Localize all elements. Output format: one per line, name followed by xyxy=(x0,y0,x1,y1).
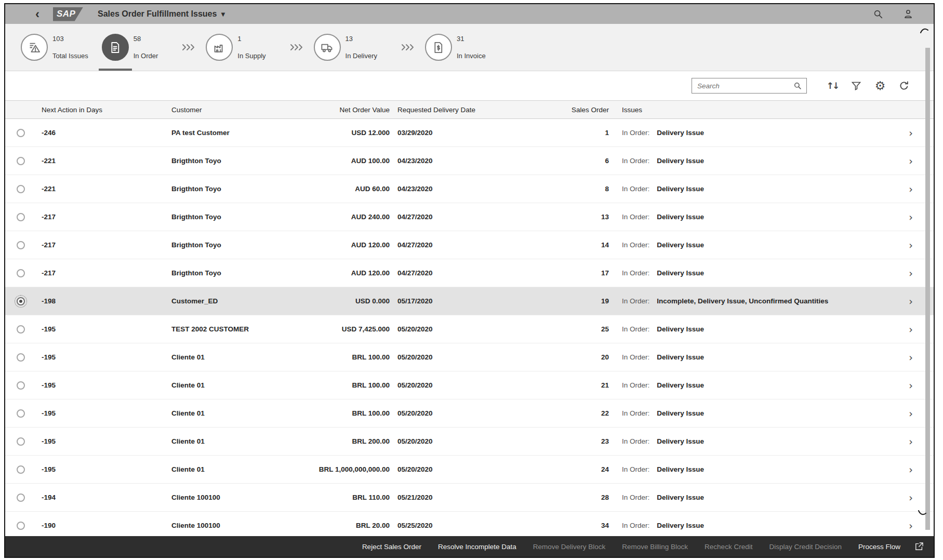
stage-label: In Supply xyxy=(237,52,265,60)
row-chevron-icon[interactable]: › xyxy=(896,492,925,503)
row-radio[interactable] xyxy=(17,157,25,165)
row-chevron-icon[interactable]: › xyxy=(896,127,925,139)
issues-cell: In Order:Incomplete, Delivery Issue, Unc… xyxy=(609,297,896,305)
row-radio[interactable] xyxy=(17,353,25,362)
table-row[interactable]: -246PA test CustomerUSD 12.00003/29/2020… xyxy=(5,119,934,147)
settings-gear-icon[interactable]: ⚙ xyxy=(873,79,887,92)
recheck-credit-button: Recheck Credit xyxy=(705,543,752,551)
row-chevron-icon[interactable]: › xyxy=(896,408,925,419)
issues-cell: In Order:Delivery Issue xyxy=(609,129,896,137)
row-chevron-icon[interactable]: › xyxy=(896,464,925,475)
issues-text: Delivery Issue xyxy=(657,381,704,389)
search-icon[interactable] xyxy=(793,81,802,90)
table-row[interactable]: -198Customer_EDUSD 0.00005/17/202019In O… xyxy=(5,287,934,315)
table-row[interactable]: -195Cliente 01BRL 200.0005/20/202023In O… xyxy=(5,428,934,456)
display-credit-decision-button: Display Credit Decision xyxy=(769,543,842,551)
row-chevron-icon[interactable]: › xyxy=(896,239,925,251)
table-row[interactable]: -195Cliente 01BRL 100.0005/20/202021In O… xyxy=(5,371,934,399)
row-radio[interactable] xyxy=(17,465,25,474)
sort-icon[interactable]: ↑↓ xyxy=(826,79,839,92)
row-chevron-icon[interactable]: › xyxy=(896,324,925,335)
issues-cell: In Order:Delivery Issue xyxy=(609,157,896,165)
row-chevron-icon[interactable]: › xyxy=(896,436,925,447)
next-action-cell: -195 xyxy=(36,325,171,333)
refresh-icon[interactable] xyxy=(897,79,911,92)
sales-order-cell: 19 xyxy=(520,297,609,305)
warning-list-icon xyxy=(28,41,42,55)
row-radio[interactable] xyxy=(17,241,25,249)
table-row[interactable]: -217Brigthton ToyoAUD 120.0004/27/202014… xyxy=(5,231,934,259)
net-order-value-cell: AUD 60.00 xyxy=(301,185,390,193)
issues-prefix: In Order: xyxy=(622,213,649,221)
stage-total-issues[interactable]: 103Total Issues xyxy=(21,34,88,61)
share-icon[interactable] xyxy=(914,541,924,552)
row-chevron-icon[interactable]: › xyxy=(896,352,925,363)
next-action-cell: -195 xyxy=(36,381,171,389)
issues-text: Delivery Issue xyxy=(657,409,704,417)
table-row[interactable]: -221Brigthton ToyoAUD 60.0004/23/20208In… xyxy=(5,175,934,203)
stage-text: 58In Order xyxy=(134,34,158,60)
customer-cell: Cliente 01 xyxy=(171,353,301,361)
reject-sales-order-button[interactable]: Reject Sales Order xyxy=(362,543,421,551)
row-radio[interactable] xyxy=(17,381,25,390)
issues-prefix: In Order: xyxy=(622,522,649,529)
vertical-scrollbar[interactable] xyxy=(925,48,930,530)
row-radio[interactable] xyxy=(17,269,25,277)
col-sales-order: Sales Order xyxy=(520,106,609,114)
row-chevron-icon[interactable]: › xyxy=(896,268,925,279)
row-radio[interactable] xyxy=(17,213,25,221)
customer-cell: Cliente 01 xyxy=(171,465,301,473)
requested-delivery-date-cell: 05/20/2020 xyxy=(390,353,520,361)
scrollbar-thumb[interactable] xyxy=(925,48,930,530)
table-row[interactable]: -195Cliente 01BRL 1,000,000,000.0005/20/… xyxy=(5,456,934,484)
row-radio[interactable] xyxy=(17,409,25,418)
footer-bar: Reject Sales OrderResolve Incomplete Dat… xyxy=(5,536,934,557)
resolve-incomplete-data-button[interactable]: Resolve Incomplete Data xyxy=(438,543,516,551)
table-row[interactable]: -195Cliente 01BRL 100.0005/20/202020In O… xyxy=(5,343,934,371)
sales-order-cell: 22 xyxy=(520,409,609,417)
table-row[interactable]: -190Cliente 100100BRL 20.0005/25/202034I… xyxy=(5,512,934,536)
row-chevron-icon[interactable]: › xyxy=(896,380,925,391)
row-chevron-icon[interactable]: › xyxy=(896,211,925,223)
process-flow-button[interactable]: Process Flow xyxy=(858,543,900,551)
row-radio[interactable] xyxy=(17,437,25,446)
table-row[interactable]: -195Cliente 01BRL 100.0005/20/202022In O… xyxy=(5,399,934,428)
stage-in-delivery[interactable]: 13In Delivery xyxy=(314,34,377,61)
issues-prefix: In Order: xyxy=(622,269,649,277)
row-radio[interactable] xyxy=(17,297,25,305)
stage-count: 58 xyxy=(134,35,158,43)
search-input[interactable] xyxy=(696,82,793,90)
next-action-cell: -246 xyxy=(36,129,171,137)
stage-in-invoice[interactable]: 31In Invoice xyxy=(425,34,486,61)
sap-logo: SAP xyxy=(53,7,83,21)
customer-cell: Cliente 01 xyxy=(171,437,301,445)
row-radio[interactable] xyxy=(17,325,25,334)
customer-cell: Brigthton Toyo xyxy=(171,213,301,221)
table-row[interactable]: -195TEST 2002 CUSTOMERUSD 7,425.00005/20… xyxy=(5,315,934,343)
row-chevron-icon[interactable]: › xyxy=(896,183,925,195)
row-chevron-icon[interactable]: › xyxy=(896,155,925,167)
filter-icon[interactable] xyxy=(849,79,863,92)
row-radio[interactable] xyxy=(17,185,25,193)
row-radio[interactable] xyxy=(17,494,25,502)
user-profile-icon[interactable] xyxy=(902,8,914,20)
row-chevron-icon[interactable]: › xyxy=(896,520,925,531)
row-radio[interactable] xyxy=(17,129,25,137)
shell-search-icon[interactable] xyxy=(872,8,884,20)
back-button[interactable]: ‹ xyxy=(35,8,39,20)
search-box[interactable] xyxy=(692,78,807,94)
next-action-cell: -195 xyxy=(36,353,171,361)
row-chevron-icon[interactable]: › xyxy=(896,296,925,307)
table-row[interactable]: -221Brigthton ToyoAUD 100.0004/23/20206I… xyxy=(5,147,934,175)
table-row[interactable]: -217Brigthton ToyoAUD 120.0004/27/202017… xyxy=(5,259,934,287)
stage-in-supply[interactable]: 1In Supply xyxy=(206,34,265,61)
radio-dot xyxy=(19,300,22,303)
table-row[interactable]: -194Cliente 100100BRL 110.0005/21/202028… xyxy=(5,484,934,512)
issues-text: Delivery Issue xyxy=(657,157,704,165)
app-title-menu[interactable]: Sales Order Fulfillment Issues ▼ xyxy=(98,9,225,19)
net-order-value-cell: BRL 1,000,000,000.00 xyxy=(301,465,390,473)
row-radio[interactable] xyxy=(17,522,25,530)
table-row[interactable]: -217Brigthton ToyoAUD 240.0004/27/202013… xyxy=(5,203,934,231)
next-action-cell: -217 xyxy=(36,241,171,249)
stage-in-order[interactable]: 58In Order xyxy=(102,34,158,61)
